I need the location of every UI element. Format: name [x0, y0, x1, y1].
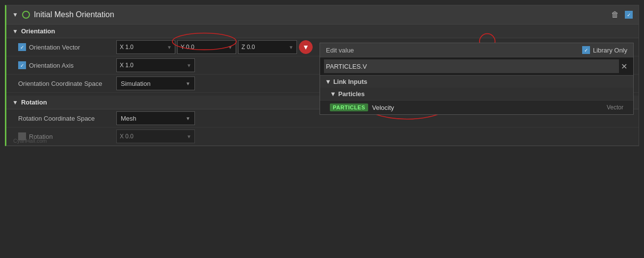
search-row: ✕	[320, 57, 633, 76]
velocity-list-item[interactable]: PARTICLES Velocity Vector	[320, 100, 633, 114]
link-inputs-header: ▼ Link Inputs	[320, 76, 633, 88]
orientation-vector-text: Orientation Vector	[29, 44, 80, 51]
rotation-coord-text: Rotation Coordinate Space	[18, 115, 95, 122]
rotation-x-value: X 0.0	[120, 133, 185, 140]
orientation-icon	[22, 11, 30, 19]
axis-x-arrow-icon: ▼	[187, 63, 191, 68]
rotation-collapse-icon[interactable]: ▼	[12, 99, 18, 106]
search-input[interactable]	[324, 59, 619, 73]
panel-enable-checkbox[interactable]: ✓	[625, 11, 633, 19]
clear-button[interactable]: ✕	[619, 62, 629, 71]
rotation-section-title: Rotation	[21, 99, 47, 106]
orientation-axis-checkbox[interactable]: ✓	[18, 61, 26, 69]
rotation-dropdown-arrow-icon: ▼	[186, 116, 190, 121]
link-inputs-arrow-icon: ▼	[325, 78, 331, 85]
panel-title: Initial Mesh Orientation	[34, 10, 114, 19]
particles-label: Particles	[338, 90, 365, 98]
rotation-x-arrow-icon: ▼	[187, 134, 191, 139]
orientation-axis-label: ✓ Orientation Axis	[18, 61, 116, 69]
orientation-coord-text: Orientation Coordinate Space	[18, 80, 102, 87]
y-value: Y 0.0	[181, 44, 226, 51]
orientation-coord-label: Orientation Coordinate Space	[18, 80, 116, 87]
panel-header-left: ▼ Initial Mesh Orientation	[12, 10, 114, 19]
dropdown-overlay: Edit value ✓ Library Only ✕ ▼ Link Input…	[320, 43, 634, 115]
z-arrow-icon: ▼	[289, 45, 294, 50]
z-value: Z 0.0	[242, 44, 287, 51]
coord-dropdown-arrow-icon: ▼	[186, 81, 190, 86]
rotation-coord-value: Mesh	[121, 115, 136, 122]
velocity-type: Vector	[607, 104, 623, 111]
orientation-vector-checkbox[interactable]: ✓	[18, 43, 26, 51]
panel-header: ▼ Initial Mesh Orientation 🗑 ✓	[6, 5, 639, 25]
watermark: CyanHall.com	[13, 138, 47, 144]
rotation-coord-dropdown[interactable]: Mesh ▼	[116, 111, 195, 125]
x-arrow-icon: ▼	[167, 45, 172, 50]
orientation-vector-y[interactable]: Y 0.0 ▼	[177, 40, 236, 54]
collapse-arrow-icon[interactable]: ▼	[12, 11, 18, 18]
y-arrow-icon: ▼	[228, 45, 233, 50]
axis-x-value: X 1.0	[120, 62, 185, 69]
rotation-x[interactable]: X 0.0 ▼	[116, 129, 195, 143]
library-only-label: Library Only	[593, 47, 627, 54]
rotation-coord-label: Rotation Coordinate Space	[18, 115, 116, 122]
particles-badge: PARTICLES	[330, 103, 368, 111]
particles-subsection-header: ▼ Particles	[320, 88, 633, 100]
orientation-section-header: ▼ Orientation	[6, 25, 639, 38]
orientation-axis-text: Orientation Axis	[29, 62, 74, 69]
expand-button[interactable]: ▼	[299, 40, 313, 54]
velocity-label: Velocity	[372, 104, 394, 111]
orientation-section-title: Orientation	[21, 27, 55, 35]
orientation-vector-z[interactable]: Z 0.0 ▼	[238, 40, 297, 54]
dropdown-overlay-header: Edit value ✓ Library Only	[320, 43, 633, 57]
orientation-coord-dropdown[interactable]: Simulation ▼	[116, 77, 195, 90]
rotation-controls: X 0.0 ▼	[116, 129, 633, 143]
orientation-vector-x[interactable]: X 1.0 ▼	[116, 40, 175, 54]
library-only-checkbox[interactable]: ✓	[582, 46, 590, 54]
rotation-row: Rotation X 0.0 ▼	[6, 128, 639, 146]
panel-header-right: 🗑 ✓	[609, 9, 633, 20]
orientation-vector-label: ✓ Orientation Vector	[18, 43, 116, 51]
x-value: X 1.0	[120, 44, 165, 51]
dropdown-list: ▼ Link Inputs ▼ Particles PARTICLES Velo…	[320, 76, 633, 114]
orientation-axis-x[interactable]: X 1.0 ▼	[116, 58, 195, 72]
main-panel: ▼ Initial Mesh Orientation 🗑 ✓ ▼ Orienta…	[5, 5, 639, 146]
edit-value-label: Edit value	[326, 47, 354, 54]
link-inputs-label: Link Inputs	[333, 78, 367, 85]
orientation-collapse-icon[interactable]: ▼	[12, 28, 18, 35]
orientation-coord-value: Simulation	[121, 80, 151, 87]
library-only-row: ✓ Library Only	[582, 46, 627, 54]
particles-arrow-icon: ▼	[330, 90, 336, 98]
delete-button[interactable]: 🗑	[609, 9, 621, 20]
